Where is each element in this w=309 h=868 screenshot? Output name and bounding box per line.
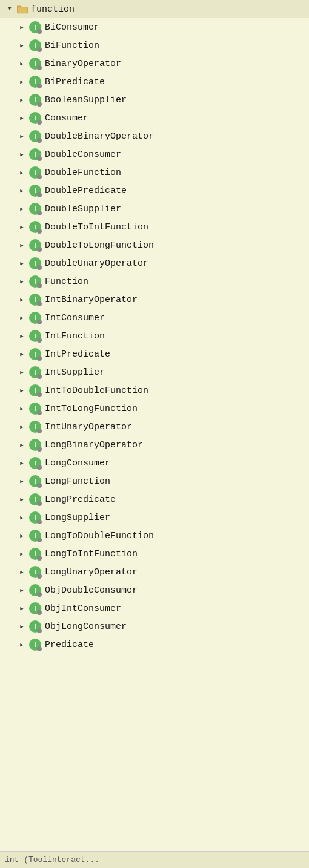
- item-arrow-right: [17, 204, 27, 214]
- item-label: DoubleToLongFunction: [45, 240, 154, 251]
- item-label: IntConsumer: [45, 313, 105, 323]
- item-arrow-right: [17, 41, 27, 50]
- item-arrow-right: [17, 549, 27, 559]
- item-arrow-right: [17, 113, 27, 123]
- interface-badge: [29, 312, 41, 324]
- interface-badge: [29, 203, 41, 215]
- tree-item[interactable]: IntFunction: [0, 327, 309, 345]
- tree-item[interactable]: DoubleToLongFunction: [0, 236, 309, 254]
- interface-badge: [29, 384, 41, 396]
- item-arrow-right: [17, 386, 27, 395]
- tree-item[interactable]: LongSupplier: [0, 508, 309, 527]
- interface-badge: [29, 294, 41, 306]
- badge-dot: [37, 320, 42, 324]
- item-arrow-right: [17, 622, 27, 631]
- tree-item[interactable]: IntPredicate: [0, 345, 309, 363]
- interface-badge: [29, 584, 41, 596]
- tree-item[interactable]: DoublePredicate: [0, 182, 309, 200]
- item-label: IntToDoubleFunction: [45, 386, 148, 396]
- interface-badge: [29, 39, 41, 51]
- tree-item[interactable]: DoubleFunction: [0, 163, 309, 182]
- interface-badge: [29, 21, 41, 33]
- badge-dot: [37, 138, 42, 143]
- tree-item[interactable]: LongFunction: [0, 472, 309, 490]
- item-label: BiPredicate: [45, 77, 105, 87]
- badge-dot: [37, 120, 42, 125]
- tree-item[interactable]: ObjIntConsumer: [0, 599, 309, 617]
- tree-item[interactable]: BiConsumer: [0, 18, 309, 36]
- tree-item[interactable]: BooleanSupplier: [0, 91, 309, 109]
- item-label: ObjDoubleConsumer: [45, 585, 138, 596]
- interface-badge: [29, 94, 41, 106]
- badge-dot: [37, 610, 42, 615]
- item-arrow-right: [17, 59, 27, 68]
- tree-item[interactable]: IntToDoubleFunction: [0, 381, 309, 399]
- item-label: BiConsumer: [45, 22, 99, 33]
- item-arrow-right: [17, 585, 27, 595]
- badge-dot: [37, 538, 42, 542]
- item-label: IntBinaryOperator: [45, 295, 138, 305]
- tree-item[interactable]: BiPredicate: [0, 73, 309, 91]
- badge-dot: [37, 283, 42, 288]
- bottom-bar-text: int (Toolinteract...: [5, 855, 99, 864]
- folder-icon: [17, 4, 28, 15]
- tree-item[interactable]: IntSupplier: [0, 363, 309, 381]
- item-arrow-right: [17, 513, 27, 522]
- item-label: DoubleSupplier: [45, 204, 121, 214]
- tree-item[interactable]: LongPredicate: [0, 490, 309, 508]
- item-label: ObjIntConsumer: [45, 603, 121, 614]
- tree-item[interactable]: IntBinaryOperator: [0, 291, 309, 309]
- tree-item[interactable]: ObjDoubleConsumer: [0, 581, 309, 599]
- item-arrow-right: [17, 22, 27, 32]
- badge-dot: [37, 429, 42, 433]
- item-label: Consumer: [45, 113, 88, 123]
- tree-item[interactable]: ObjLongConsumer: [0, 617, 309, 636]
- interface-badge: [29, 639, 41, 651]
- tree-item[interactable]: Predicate: [0, 636, 309, 654]
- tree-item[interactable]: LongUnaryOperator: [0, 563, 309, 581]
- tree-item[interactable]: LongToDoubleFunction: [0, 527, 309, 545]
- tree-item[interactable]: LongConsumer: [0, 454, 309, 472]
- tree-item[interactable]: Consumer: [0, 109, 309, 127]
- item-label: BooleanSupplier: [45, 95, 127, 105]
- tree-item[interactable]: LongToIntFunction: [0, 545, 309, 563]
- badge-dot: [37, 410, 42, 415]
- interface-badge: [29, 439, 41, 451]
- item-arrow-right: [17, 603, 27, 613]
- tree-item[interactable]: Function: [0, 272, 309, 291]
- item-label: BiFunction: [45, 41, 99, 51]
- item-label: LongFunction: [45, 476, 110, 487]
- interface-badge: [29, 493, 41, 505]
- tree-item[interactable]: BinaryOperator: [0, 54, 309, 73]
- badge-dot: [37, 102, 42, 107]
- item-arrow-right: [17, 349, 27, 359]
- item-label: DoubleToIntFunction: [45, 222, 148, 232]
- badge-dot: [37, 29, 42, 34]
- root-arrow-down: [5, 4, 15, 14]
- tree-item[interactable]: LongBinaryOperator: [0, 436, 309, 454]
- interface-badge: [29, 76, 41, 88]
- tree-item[interactable]: IntConsumer: [0, 309, 309, 327]
- tree-item[interactable]: DoubleBinaryOperator: [0, 127, 309, 145]
- tree-item[interactable]: DoubleConsumer: [0, 145, 309, 163]
- item-arrow-right: [17, 240, 27, 250]
- item-label: DoubleFunction: [45, 168, 121, 178]
- tree-item[interactable]: DoubleToIntFunction: [0, 218, 309, 236]
- interface-badge: [29, 221, 41, 233]
- interface-badge: [29, 166, 41, 179]
- badge-dot: [37, 47, 42, 52]
- tree-item[interactable]: DoubleSupplier: [0, 200, 309, 218]
- tree-item[interactable]: BiFunction: [0, 36, 309, 54]
- tree-item[interactable]: IntUnaryOperator: [0, 418, 309, 436]
- interface-badge: [29, 275, 41, 288]
- item-arrow-right: [17, 277, 27, 286]
- item-arrow-right: [17, 295, 27, 304]
- badge-dot: [37, 156, 42, 161]
- root-item[interactable]: function: [0, 0, 309, 18]
- tree-item[interactable]: DoubleUnaryOperator: [0, 254, 309, 272]
- item-arrow-right: [17, 186, 27, 196]
- interface-badge: [29, 348, 41, 360]
- tree-item[interactable]: IntToLongFunction: [0, 399, 309, 418]
- item-label: LongPredicate: [45, 495, 116, 505]
- item-arrow-right: [17, 422, 27, 432]
